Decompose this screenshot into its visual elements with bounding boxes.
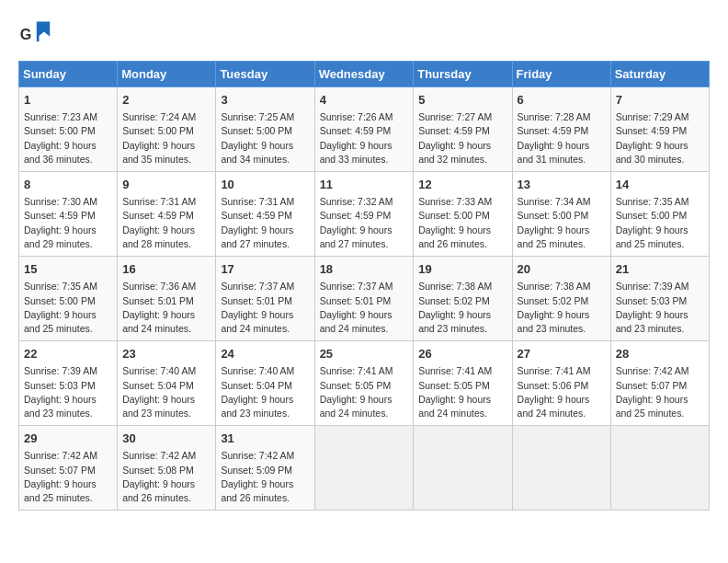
day-info: Sunrise: 7:41 AM Sunset: 5:05 PM Dayligh…: [320, 364, 409, 420]
calendar-cell: 14Sunrise: 7:35 AM Sunset: 5:00 PM Dayli…: [610, 172, 709, 257]
calendar-cell: 24Sunrise: 7:40 AM Sunset: 5:04 PM Dayli…: [216, 341, 314, 426]
day-info: Sunrise: 7:28 AM Sunset: 4:59 PM Dayligh…: [518, 110, 606, 167]
day-info: Sunrise: 7:25 AM Sunset: 5:00 PM Dayligh…: [221, 110, 309, 167]
column-header-monday: Monday: [118, 62, 216, 87]
calendar-cell: 17Sunrise: 7:37 AM Sunset: 5:01 PM Dayli…: [216, 257, 314, 341]
day-number: 12: [418, 177, 506, 193]
calendar-cell: 1Sunrise: 7:23 AM Sunset: 5:00 PM Daylig…: [19, 87, 118, 172]
calendar-cell: 20Sunrise: 7:38 AM Sunset: 5:02 PM Dayli…: [512, 257, 610, 341]
day-info: Sunrise: 7:24 AM Sunset: 5:00 PM Dayligh…: [122, 110, 210, 167]
page-header: G: [18, 18, 710, 52]
day-info: Sunrise: 7:27 AM Sunset: 4:59 PM Dayligh…: [418, 110, 506, 167]
day-info: Sunrise: 7:42 AM Sunset: 5:09 PM Dayligh…: [221, 449, 309, 505]
day-number: 29: [24, 431, 112, 447]
day-info: Sunrise: 7:39 AM Sunset: 5:03 PM Dayligh…: [616, 280, 704, 336]
day-number: 16: [122, 261, 210, 278]
logo-icon: G: [18, 18, 51, 52]
calendar-cell: 31Sunrise: 7:42 AM Sunset: 5:09 PM Dayli…: [216, 426, 314, 511]
day-number: 28: [616, 346, 704, 362]
day-info: Sunrise: 7:42 AM Sunset: 5:07 PM Dayligh…: [616, 364, 704, 420]
day-number: 20: [518, 261, 606, 278]
calendar-cell: 2Sunrise: 7:24 AM Sunset: 5:00 PM Daylig…: [118, 87, 216, 172]
calendar-cell: 26Sunrise: 7:41 AM Sunset: 5:05 PM Dayli…: [414, 341, 512, 426]
calendar-cell: 23Sunrise: 7:40 AM Sunset: 5:04 PM Dayli…: [118, 341, 216, 426]
day-number: 7: [616, 92, 704, 109]
day-info: Sunrise: 7:35 AM Sunset: 5:00 PM Dayligh…: [616, 195, 704, 251]
calendar-cell: 25Sunrise: 7:41 AM Sunset: 5:05 PM Dayli…: [314, 341, 414, 426]
day-number: 17: [221, 261, 309, 278]
calendar-cell: 29Sunrise: 7:42 AM Sunset: 5:07 PM Dayli…: [19, 426, 118, 511]
day-info: Sunrise: 7:37 AM Sunset: 5:01 PM Dayligh…: [221, 280, 309, 336]
calendar-cell: 16Sunrise: 7:36 AM Sunset: 5:01 PM Dayli…: [118, 257, 216, 341]
day-number: 1: [24, 92, 112, 109]
calendar-cell: 12Sunrise: 7:33 AM Sunset: 5:00 PM Dayli…: [414, 172, 512, 257]
day-number: 2: [122, 92, 210, 109]
day-number: 8: [24, 177, 112, 193]
calendar-cell: 3Sunrise: 7:25 AM Sunset: 5:00 PM Daylig…: [216, 87, 314, 172]
day-number: 4: [320, 92, 409, 109]
day-number: 18: [320, 261, 409, 278]
calendar-cell: 10Sunrise: 7:31 AM Sunset: 4:59 PM Dayli…: [216, 172, 314, 257]
day-number: 26: [418, 346, 506, 362]
calendar-cell: 28Sunrise: 7:42 AM Sunset: 5:07 PM Dayli…: [610, 341, 709, 426]
day-number: 13: [518, 177, 606, 193]
day-info: Sunrise: 7:33 AM Sunset: 5:00 PM Dayligh…: [418, 195, 506, 251]
day-info: Sunrise: 7:40 AM Sunset: 5:04 PM Dayligh…: [122, 364, 210, 420]
day-info: Sunrise: 7:37 AM Sunset: 5:01 PM Dayligh…: [320, 280, 409, 336]
day-number: 15: [24, 261, 112, 278]
day-info: Sunrise: 7:41 AM Sunset: 5:05 PM Dayligh…: [418, 364, 506, 420]
day-number: 10: [221, 177, 309, 193]
calendar-cell: 15Sunrise: 7:35 AM Sunset: 5:00 PM Dayli…: [19, 257, 118, 341]
day-info: Sunrise: 7:31 AM Sunset: 4:59 PM Dayligh…: [122, 195, 210, 251]
calendar-cell: 22Sunrise: 7:39 AM Sunset: 5:03 PM Dayli…: [19, 341, 118, 426]
calendar-week-row: 1Sunrise: 7:23 AM Sunset: 5:00 PM Daylig…: [19, 87, 710, 172]
calendar-cell: [512, 426, 610, 511]
day-info: Sunrise: 7:34 AM Sunset: 5:00 PM Dayligh…: [518, 195, 606, 251]
svg-text:G: G: [20, 26, 32, 42]
logo: G: [18, 18, 57, 52]
day-info: Sunrise: 7:29 AM Sunset: 4:59 PM Dayligh…: [616, 110, 704, 167]
day-info: Sunrise: 7:41 AM Sunset: 5:06 PM Dayligh…: [518, 364, 606, 420]
calendar-cell: 21Sunrise: 7:39 AM Sunset: 5:03 PM Dayli…: [610, 257, 709, 341]
day-info: Sunrise: 7:35 AM Sunset: 5:00 PM Dayligh…: [24, 280, 112, 336]
calendar-week-row: 29Sunrise: 7:42 AM Sunset: 5:07 PM Dayli…: [19, 426, 710, 511]
column-header-sunday: Sunday: [19, 62, 118, 87]
day-number: 14: [616, 177, 704, 193]
day-number: 11: [320, 177, 409, 193]
day-info: Sunrise: 7:31 AM Sunset: 4:59 PM Dayligh…: [221, 195, 309, 251]
calendar-cell: 9Sunrise: 7:31 AM Sunset: 4:59 PM Daylig…: [118, 172, 216, 257]
day-number: 3: [221, 92, 309, 109]
calendar-cell: [414, 426, 512, 511]
calendar-week-row: 22Sunrise: 7:39 AM Sunset: 5:03 PM Dayli…: [19, 341, 710, 426]
day-info: Sunrise: 7:38 AM Sunset: 5:02 PM Dayligh…: [518, 280, 606, 336]
calendar-cell: 13Sunrise: 7:34 AM Sunset: 5:00 PM Dayli…: [512, 172, 610, 257]
calendar-cell: 5Sunrise: 7:27 AM Sunset: 4:59 PM Daylig…: [414, 87, 512, 172]
svg-rect-3: [37, 22, 40, 42]
day-info: Sunrise: 7:39 AM Sunset: 5:03 PM Dayligh…: [24, 364, 112, 420]
calendar-cell: 6Sunrise: 7:28 AM Sunset: 4:59 PM Daylig…: [512, 87, 610, 172]
column-header-saturday: Saturday: [610, 62, 709, 87]
calendar-cell: 19Sunrise: 7:38 AM Sunset: 5:02 PM Dayli…: [414, 257, 512, 341]
column-header-wednesday: Wednesday: [314, 62, 414, 87]
column-header-tuesday: Tuesday: [216, 62, 314, 87]
calendar-cell: 18Sunrise: 7:37 AM Sunset: 5:01 PM Dayli…: [314, 257, 414, 341]
calendar-cell: 11Sunrise: 7:32 AM Sunset: 4:59 PM Dayli…: [314, 172, 414, 257]
day-number: 9: [122, 177, 210, 193]
day-info: Sunrise: 7:42 AM Sunset: 5:08 PM Dayligh…: [122, 449, 210, 505]
calendar-cell: 27Sunrise: 7:41 AM Sunset: 5:06 PM Dayli…: [512, 341, 610, 426]
calendar-cell: [314, 426, 414, 511]
day-info: Sunrise: 7:32 AM Sunset: 4:59 PM Dayligh…: [320, 195, 409, 251]
day-number: 31: [221, 431, 309, 447]
calendar-table: SundayMondayTuesdayWednesdayThursdayFrid…: [18, 61, 710, 511]
calendar-cell: 30Sunrise: 7:42 AM Sunset: 5:08 PM Dayli…: [118, 426, 216, 511]
calendar-cell: [610, 426, 709, 511]
day-info: Sunrise: 7:30 AM Sunset: 4:59 PM Dayligh…: [24, 195, 112, 251]
day-info: Sunrise: 7:36 AM Sunset: 5:01 PM Dayligh…: [122, 280, 210, 336]
day-info: Sunrise: 7:42 AM Sunset: 5:07 PM Dayligh…: [24, 449, 112, 505]
calendar-header-row: SundayMondayTuesdayWednesdayThursdayFrid…: [19, 62, 710, 87]
day-number: 25: [320, 346, 409, 362]
day-number: 5: [418, 92, 506, 109]
calendar-week-row: 8Sunrise: 7:30 AM Sunset: 4:59 PM Daylig…: [19, 172, 710, 257]
day-number: 22: [24, 346, 112, 362]
day-info: Sunrise: 7:23 AM Sunset: 5:00 PM Dayligh…: [24, 110, 112, 167]
